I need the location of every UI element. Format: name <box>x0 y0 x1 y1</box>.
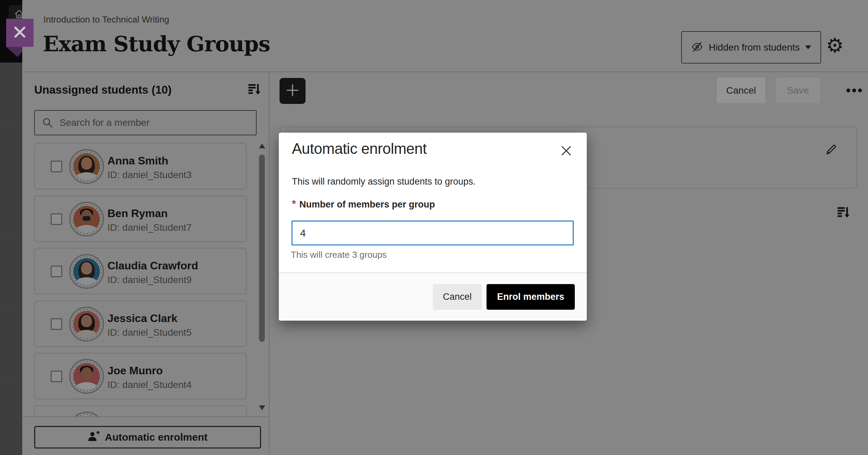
field-label-row: * Number of members per group <box>292 199 435 210</box>
members-per-group-label: Number of members per group <box>299 199 435 210</box>
members-per-group-input[interactable] <box>292 220 574 245</box>
groups-helper-text: This will create 3 groups <box>291 250 387 260</box>
required-marker: * <box>292 199 296 209</box>
enrol-members-button[interactable]: Enrol members <box>487 284 575 310</box>
modal-title: Automatic enrolment <box>292 140 427 157</box>
automatic-enrolment-modal: Automatic enrolment This will randomly a… <box>279 133 587 321</box>
modal-description: This will randomly assign students to gr… <box>292 176 476 187</box>
modal-cancel-button[interactable]: Cancel <box>433 284 482 310</box>
close-icon[interactable] <box>558 143 574 159</box>
screen: Introduction to Technical Writing Exam S… <box>0 0 868 455</box>
